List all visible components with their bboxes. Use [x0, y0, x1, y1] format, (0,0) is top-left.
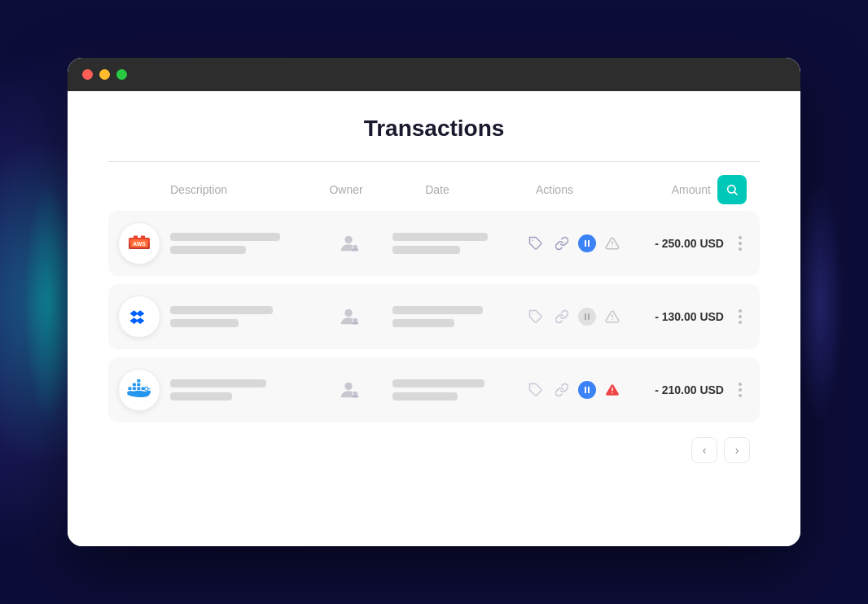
- row-1-amount: - 250.00 USD: [630, 237, 730, 250]
- svg-rect-5: [134, 235, 138, 239]
- maximize-button[interactable]: [116, 69, 127, 80]
- more-dot: [739, 247, 742, 251]
- desc-bar: [170, 319, 239, 327]
- row-3-date: [379, 379, 518, 400]
- svg-point-46: [612, 392, 613, 394]
- more-dot: [739, 309, 742, 313]
- svg-point-9: [344, 236, 352, 243]
- svg-point-11: [353, 245, 357, 248]
- owner-icon: [337, 232, 360, 255]
- pause-icon[interactable]: [578, 234, 596, 252]
- more-options-button[interactable]: [730, 236, 750, 251]
- tag-icon[interactable]: [526, 380, 546, 400]
- owner-icon: [337, 305, 360, 328]
- search-button[interactable]: [717, 175, 747, 204]
- row-3-icon: [118, 369, 160, 411]
- svg-rect-43: [585, 387, 586, 393]
- desc-bar: [170, 246, 246, 254]
- link-icon[interactable]: [552, 307, 572, 326]
- col-header-description: Description: [170, 183, 313, 196]
- link-icon[interactable]: [552, 234, 572, 253]
- row-2-actions: [518, 307, 630, 326]
- row-1-icon: AWS: [118, 222, 160, 265]
- row-2-date: [379, 306, 518, 327]
- svg-rect-27: [585, 313, 586, 320]
- more-options-button[interactable]: [730, 383, 750, 397]
- svg-rect-33: [137, 387, 140, 390]
- row-1-actions: [518, 234, 630, 253]
- svg-point-38: [145, 387, 148, 391]
- row-2-amount: - 130.00 USD: [630, 310, 730, 323]
- col-header-owner: Owner: [313, 183, 379, 196]
- more-dot: [739, 242, 742, 245]
- row-3-amount: - 210.00 USD: [630, 383, 730, 396]
- owner-icon: [337, 379, 360, 401]
- col-header-actions: Actions: [496, 183, 613, 196]
- svg-text:AWS: AWS: [133, 241, 146, 247]
- decorative-blob-right: [795, 180, 844, 424]
- desc-bar: [170, 392, 232, 400]
- link-icon[interactable]: [552, 380, 572, 400]
- desc-bar: [170, 379, 266, 387]
- svg-rect-28: [588, 313, 590, 320]
- next-page-button[interactable]: ›: [724, 437, 750, 463]
- more-dot: [739, 315, 742, 318]
- more-dot: [739, 321, 742, 324]
- row-2-icon: [118, 295, 160, 338]
- tag-icon[interactable]: [526, 307, 546, 326]
- date-bar: [392, 246, 460, 254]
- svg-rect-37: [137, 379, 140, 382]
- svg-point-23: [344, 309, 352, 317]
- table-row: AWS: [108, 211, 760, 276]
- row-1-owner: [318, 232, 380, 255]
- date-bar: [392, 392, 458, 400]
- svg-rect-34: [142, 387, 145, 390]
- page-title: Transactions: [108, 116, 760, 142]
- row-3-owner: [318, 379, 380, 401]
- date-bar: [392, 319, 454, 327]
- svg-rect-6: [141, 235, 145, 239]
- more-dot: [739, 383, 742, 386]
- title-bar: [68, 58, 800, 91]
- svg-rect-36: [137, 383, 140, 386]
- desc-bar: [170, 233, 280, 241]
- table-row: - 210.00 USD: [108, 357, 760, 422]
- svg-rect-44: [588, 387, 590, 393]
- row-2-description: [160, 306, 318, 327]
- warning-icon[interactable]: [603, 307, 622, 326]
- minimize-button[interactable]: [99, 69, 110, 80]
- warning-icon[interactable]: [603, 234, 622, 253]
- warning-icon[interactable]: [603, 380, 622, 400]
- svg-point-25: [353, 318, 357, 322]
- close-button[interactable]: [82, 69, 93, 80]
- divider: [108, 161, 760, 162]
- row-3-actions: [518, 380, 630, 400]
- svg-line-1: [734, 192, 737, 195]
- docker-icon: [125, 376, 153, 404]
- pause-icon[interactable]: [578, 308, 596, 326]
- more-options-button[interactable]: [730, 309, 750, 324]
- svg-rect-31: [128, 387, 131, 390]
- tag-icon[interactable]: [526, 234, 546, 253]
- date-bar: [392, 379, 484, 387]
- col-header-amount: Amount: [613, 183, 717, 196]
- row-2-owner: [318, 305, 380, 328]
- desc-bar: [170, 306, 273, 314]
- table-header: Description Owner Date Actions Amount: [108, 175, 760, 204]
- col-header-date: Date: [379, 183, 496, 196]
- svg-rect-13: [585, 240, 586, 247]
- pagination: ‹ ›: [108, 431, 760, 463]
- pause-icon[interactable]: [578, 381, 596, 399]
- svg-point-39: [344, 383, 352, 390]
- dropbox-icon: [126, 304, 152, 330]
- prev-page-button[interactable]: ‹: [691, 437, 717, 463]
- svg-rect-35: [133, 383, 136, 386]
- date-bar: [392, 233, 488, 241]
- col-header-search: [717, 175, 750, 204]
- decorative-blob-left: [24, 180, 73, 424]
- svg-rect-32: [133, 387, 136, 390]
- more-dot: [739, 394, 742, 397]
- date-bar: [392, 306, 482, 314]
- more-dot: [739, 236, 742, 239]
- row-1-date: [379, 233, 518, 254]
